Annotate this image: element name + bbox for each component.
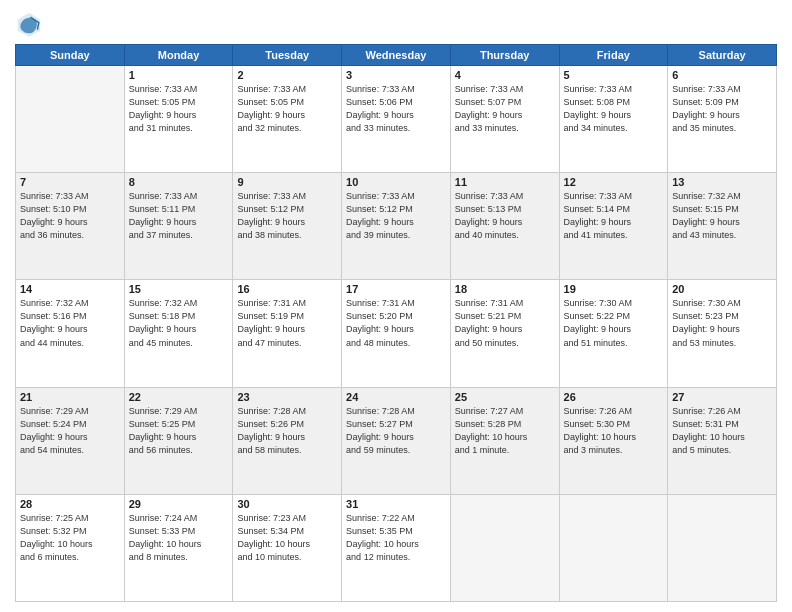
- day-info: Sunrise: 7:27 AM Sunset: 5:28 PM Dayligh…: [455, 405, 555, 457]
- day-number: 16: [237, 283, 337, 295]
- calendar-cell: 30Sunrise: 7:23 AM Sunset: 5:34 PM Dayli…: [233, 494, 342, 601]
- day-info: Sunrise: 7:29 AM Sunset: 5:24 PM Dayligh…: [20, 405, 120, 457]
- day-number: 20: [672, 283, 772, 295]
- day-number: 9: [237, 176, 337, 188]
- day-number: 10: [346, 176, 446, 188]
- day-number: 3: [346, 69, 446, 81]
- weekday-header-row: SundayMondayTuesdayWednesdayThursdayFrid…: [16, 45, 777, 66]
- weekday-header-sunday: Sunday: [16, 45, 125, 66]
- day-info: Sunrise: 7:32 AM Sunset: 5:16 PM Dayligh…: [20, 297, 120, 349]
- day-number: 31: [346, 498, 446, 510]
- day-info: Sunrise: 7:33 AM Sunset: 5:14 PM Dayligh…: [564, 190, 664, 242]
- logo: [15, 10, 47, 38]
- calendar-cell: 15Sunrise: 7:32 AM Sunset: 5:18 PM Dayli…: [124, 280, 233, 387]
- logo-icon: [15, 10, 43, 38]
- week-row-2: 7Sunrise: 7:33 AM Sunset: 5:10 PM Daylig…: [16, 173, 777, 280]
- calendar-cell: 24Sunrise: 7:28 AM Sunset: 5:27 PM Dayli…: [342, 387, 451, 494]
- day-info: Sunrise: 7:32 AM Sunset: 5:18 PM Dayligh…: [129, 297, 229, 349]
- day-info: Sunrise: 7:24 AM Sunset: 5:33 PM Dayligh…: [129, 512, 229, 564]
- calendar-cell: 18Sunrise: 7:31 AM Sunset: 5:21 PM Dayli…: [450, 280, 559, 387]
- day-number: 22: [129, 391, 229, 403]
- calendar-cell: 16Sunrise: 7:31 AM Sunset: 5:19 PM Dayli…: [233, 280, 342, 387]
- calendar-cell: 3Sunrise: 7:33 AM Sunset: 5:06 PM Daylig…: [342, 66, 451, 173]
- day-info: Sunrise: 7:25 AM Sunset: 5:32 PM Dayligh…: [20, 512, 120, 564]
- day-number: 8: [129, 176, 229, 188]
- day-number: 24: [346, 391, 446, 403]
- calendar-cell: 7Sunrise: 7:33 AM Sunset: 5:10 PM Daylig…: [16, 173, 125, 280]
- day-number: 14: [20, 283, 120, 295]
- day-number: 29: [129, 498, 229, 510]
- day-number: 19: [564, 283, 664, 295]
- calendar-cell: 22Sunrise: 7:29 AM Sunset: 5:25 PM Dayli…: [124, 387, 233, 494]
- calendar-cell: 14Sunrise: 7:32 AM Sunset: 5:16 PM Dayli…: [16, 280, 125, 387]
- calendar-cell: [559, 494, 668, 601]
- week-row-1: 1Sunrise: 7:33 AM Sunset: 5:05 PM Daylig…: [16, 66, 777, 173]
- day-number: 26: [564, 391, 664, 403]
- calendar-cell: 19Sunrise: 7:30 AM Sunset: 5:22 PM Dayli…: [559, 280, 668, 387]
- day-info: Sunrise: 7:31 AM Sunset: 5:21 PM Dayligh…: [455, 297, 555, 349]
- weekday-header-friday: Friday: [559, 45, 668, 66]
- day-info: Sunrise: 7:33 AM Sunset: 5:06 PM Dayligh…: [346, 83, 446, 135]
- day-info: Sunrise: 7:33 AM Sunset: 5:07 PM Dayligh…: [455, 83, 555, 135]
- day-info: Sunrise: 7:29 AM Sunset: 5:25 PM Dayligh…: [129, 405, 229, 457]
- day-number: 4: [455, 69, 555, 81]
- calendar-cell: 26Sunrise: 7:26 AM Sunset: 5:30 PM Dayli…: [559, 387, 668, 494]
- calendar-cell: 27Sunrise: 7:26 AM Sunset: 5:31 PM Dayli…: [668, 387, 777, 494]
- calendar-cell: 25Sunrise: 7:27 AM Sunset: 5:28 PM Dayli…: [450, 387, 559, 494]
- weekday-header-monday: Monday: [124, 45, 233, 66]
- calendar-cell: [450, 494, 559, 601]
- day-info: Sunrise: 7:26 AM Sunset: 5:31 PM Dayligh…: [672, 405, 772, 457]
- calendar-cell: 23Sunrise: 7:28 AM Sunset: 5:26 PM Dayli…: [233, 387, 342, 494]
- day-info: Sunrise: 7:33 AM Sunset: 5:05 PM Dayligh…: [129, 83, 229, 135]
- calendar-cell: 20Sunrise: 7:30 AM Sunset: 5:23 PM Dayli…: [668, 280, 777, 387]
- day-number: 5: [564, 69, 664, 81]
- day-number: 23: [237, 391, 337, 403]
- day-info: Sunrise: 7:30 AM Sunset: 5:22 PM Dayligh…: [564, 297, 664, 349]
- day-number: 2: [237, 69, 337, 81]
- day-info: Sunrise: 7:33 AM Sunset: 5:12 PM Dayligh…: [346, 190, 446, 242]
- day-info: Sunrise: 7:33 AM Sunset: 5:08 PM Dayligh…: [564, 83, 664, 135]
- calendar-cell: 1Sunrise: 7:33 AM Sunset: 5:05 PM Daylig…: [124, 66, 233, 173]
- calendar-cell: 8Sunrise: 7:33 AM Sunset: 5:11 PM Daylig…: [124, 173, 233, 280]
- calendar-cell: 11Sunrise: 7:33 AM Sunset: 5:13 PM Dayli…: [450, 173, 559, 280]
- header: [15, 10, 777, 38]
- weekday-header-tuesday: Tuesday: [233, 45, 342, 66]
- day-info: Sunrise: 7:31 AM Sunset: 5:19 PM Dayligh…: [237, 297, 337, 349]
- weekday-header-wednesday: Wednesday: [342, 45, 451, 66]
- calendar-cell: 12Sunrise: 7:33 AM Sunset: 5:14 PM Dayli…: [559, 173, 668, 280]
- day-number: 27: [672, 391, 772, 403]
- day-number: 7: [20, 176, 120, 188]
- day-info: Sunrise: 7:22 AM Sunset: 5:35 PM Dayligh…: [346, 512, 446, 564]
- day-info: Sunrise: 7:28 AM Sunset: 5:26 PM Dayligh…: [237, 405, 337, 457]
- week-row-5: 28Sunrise: 7:25 AM Sunset: 5:32 PM Dayli…: [16, 494, 777, 601]
- calendar-cell: 28Sunrise: 7:25 AM Sunset: 5:32 PM Dayli…: [16, 494, 125, 601]
- day-number: 13: [672, 176, 772, 188]
- calendar-table: SundayMondayTuesdayWednesdayThursdayFrid…: [15, 44, 777, 602]
- day-info: Sunrise: 7:33 AM Sunset: 5:13 PM Dayligh…: [455, 190, 555, 242]
- calendar-cell: 17Sunrise: 7:31 AM Sunset: 5:20 PM Dayli…: [342, 280, 451, 387]
- calendar-cell: 13Sunrise: 7:32 AM Sunset: 5:15 PM Dayli…: [668, 173, 777, 280]
- day-number: 17: [346, 283, 446, 295]
- day-info: Sunrise: 7:32 AM Sunset: 5:15 PM Dayligh…: [672, 190, 772, 242]
- calendar-cell: 21Sunrise: 7:29 AM Sunset: 5:24 PM Dayli…: [16, 387, 125, 494]
- day-info: Sunrise: 7:30 AM Sunset: 5:23 PM Dayligh…: [672, 297, 772, 349]
- week-row-4: 21Sunrise: 7:29 AM Sunset: 5:24 PM Dayli…: [16, 387, 777, 494]
- calendar-cell: 31Sunrise: 7:22 AM Sunset: 5:35 PM Dayli…: [342, 494, 451, 601]
- day-info: Sunrise: 7:23 AM Sunset: 5:34 PM Dayligh…: [237, 512, 337, 564]
- day-info: Sunrise: 7:33 AM Sunset: 5:09 PM Dayligh…: [672, 83, 772, 135]
- calendar-cell: [668, 494, 777, 601]
- calendar-cell: 10Sunrise: 7:33 AM Sunset: 5:12 PM Dayli…: [342, 173, 451, 280]
- calendar-cell: 9Sunrise: 7:33 AM Sunset: 5:12 PM Daylig…: [233, 173, 342, 280]
- page: SundayMondayTuesdayWednesdayThursdayFrid…: [0, 0, 792, 612]
- calendar-cell: 4Sunrise: 7:33 AM Sunset: 5:07 PM Daylig…: [450, 66, 559, 173]
- day-number: 21: [20, 391, 120, 403]
- day-info: Sunrise: 7:31 AM Sunset: 5:20 PM Dayligh…: [346, 297, 446, 349]
- day-info: Sunrise: 7:26 AM Sunset: 5:30 PM Dayligh…: [564, 405, 664, 457]
- day-number: 28: [20, 498, 120, 510]
- day-number: 6: [672, 69, 772, 81]
- week-row-3: 14Sunrise: 7:32 AM Sunset: 5:16 PM Dayli…: [16, 280, 777, 387]
- day-info: Sunrise: 7:33 AM Sunset: 5:10 PM Dayligh…: [20, 190, 120, 242]
- day-number: 30: [237, 498, 337, 510]
- day-number: 11: [455, 176, 555, 188]
- day-number: 15: [129, 283, 229, 295]
